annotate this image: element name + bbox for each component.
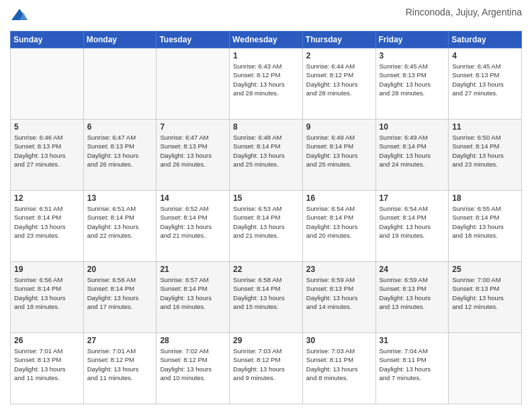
day-number: 21 (160, 265, 226, 274)
calendar-cell: 31Sunrise: 7:04 AM Sunset: 8:11 PM Dayli… (375, 333, 449, 404)
day-info: Sunrise: 6:58 AM Sunset: 8:14 PM Dayligh… (233, 275, 299, 311)
calendar-cell: 14Sunrise: 6:52 AM Sunset: 8:14 PM Dayli… (157, 191, 230, 262)
day-info: Sunrise: 6:47 AM Sunset: 8:13 PM Dayligh… (87, 133, 153, 169)
header-row: SundayMondayTuesdayWednesdayThursdayFrid… (11, 32, 522, 48)
day-number: 15 (233, 193, 299, 203)
day-number: 28 (160, 336, 226, 345)
day-info: Sunrise: 7:04 AM Sunset: 8:11 PM Dayligh… (380, 347, 445, 382)
day-info: Sunrise: 7:01 AM Sunset: 8:12 PM Dayligh… (87, 347, 153, 382)
calendar-cell: 26Sunrise: 7:01 AM Sunset: 8:13 PM Dayli… (11, 333, 84, 404)
day-info: Sunrise: 6:54 AM Sunset: 8:14 PM Dayligh… (380, 204, 445, 240)
day-info: Sunrise: 6:44 AM Sunset: 8:12 PM Dayligh… (306, 62, 372, 97)
calendar-cell: 17Sunrise: 6:54 AM Sunset: 8:14 PM Dayli… (375, 191, 449, 262)
day-info: Sunrise: 6:59 AM Sunset: 8:13 PM Dayligh… (306, 275, 372, 311)
calendar-cell: 27Sunrise: 7:01 AM Sunset: 8:12 PM Dayli… (83, 333, 157, 404)
day-number: 2 (306, 51, 372, 60)
day-info: Sunrise: 6:49 AM Sunset: 8:14 PM Dayligh… (380, 133, 445, 169)
calendar-cell: 19Sunrise: 6:56 AM Sunset: 8:14 PM Dayli… (11, 262, 84, 333)
calendar-table: SundayMondayTuesdayWednesdayThursdayFrid… (10, 31, 522, 404)
day-info: Sunrise: 6:47 AM Sunset: 8:13 PM Dayligh… (160, 133, 226, 169)
calendar-cell: 6Sunrise: 6:47 AM Sunset: 8:13 PM Daylig… (83, 120, 157, 191)
day-number: 19 (14, 265, 80, 274)
day-number: 9 (306, 122, 372, 132)
calendar-cell: 1Sunrise: 6:43 AM Sunset: 8:12 PM Daylig… (230, 48, 303, 120)
day-info: Sunrise: 6:46 AM Sunset: 8:13 PM Dayligh… (14, 133, 80, 169)
day-info: Sunrise: 6:57 AM Sunset: 8:14 PM Dayligh… (160, 275, 226, 311)
day-info: Sunrise: 6:55 AM Sunset: 8:14 PM Dayligh… (452, 204, 518, 240)
day-number: 14 (160, 193, 226, 203)
day-info: Sunrise: 6:54 AM Sunset: 8:14 PM Dayligh… (306, 204, 372, 240)
day-info: Sunrise: 6:56 AM Sunset: 8:14 PM Dayligh… (87, 275, 153, 311)
calendar-cell: 10Sunrise: 6:49 AM Sunset: 8:14 PM Dayli… (375, 120, 449, 191)
calendar-cell: 4Sunrise: 6:45 AM Sunset: 8:13 PM Daylig… (449, 48, 522, 120)
day-number: 23 (306, 265, 372, 274)
header-day-saturday: Saturday (449, 32, 522, 48)
week-row-0: 1Sunrise: 6:43 AM Sunset: 8:12 PM Daylig… (11, 48, 522, 120)
week-row-4: 26Sunrise: 7:01 AM Sunset: 8:13 PM Dayli… (11, 333, 522, 404)
day-info: Sunrise: 6:49 AM Sunset: 8:14 PM Dayligh… (306, 133, 372, 169)
title-location: Rinconoda, Jujuy, Argentina (406, 7, 522, 17)
calendar-cell: 18Sunrise: 6:55 AM Sunset: 8:14 PM Dayli… (449, 191, 522, 262)
calendar-cell (83, 48, 157, 120)
week-row-2: 12Sunrise: 6:51 AM Sunset: 8:14 PM Dayli… (11, 191, 522, 262)
week-row-1: 5Sunrise: 6:46 AM Sunset: 8:13 PM Daylig… (11, 120, 522, 191)
calendar-cell: 24Sunrise: 6:59 AM Sunset: 8:13 PM Dayli… (375, 262, 449, 333)
calendar-body: 1Sunrise: 6:43 AM Sunset: 8:12 PM Daylig… (11, 48, 522, 404)
calendar-cell: 16Sunrise: 6:54 AM Sunset: 8:14 PM Dayli… (302, 191, 375, 262)
day-number: 1 (233, 51, 299, 60)
header-day-friday: Friday (375, 32, 449, 48)
calendar-cell: 20Sunrise: 6:56 AM Sunset: 8:14 PM Dayli… (83, 262, 157, 333)
day-number: 6 (87, 122, 153, 132)
day-number: 5 (14, 122, 80, 132)
day-number: 26 (14, 336, 80, 345)
calendar-cell: 15Sunrise: 6:53 AM Sunset: 8:14 PM Dayli… (230, 191, 303, 262)
day-info: Sunrise: 7:03 AM Sunset: 8:12 PM Dayligh… (233, 347, 299, 382)
calendar-cell: 21Sunrise: 6:57 AM Sunset: 8:14 PM Dayli… (157, 262, 230, 333)
day-info: Sunrise: 6:56 AM Sunset: 8:14 PM Dayligh… (14, 275, 80, 311)
calendar-cell: 2Sunrise: 6:44 AM Sunset: 8:12 PM Daylig… (302, 48, 375, 120)
day-info: Sunrise: 7:00 AM Sunset: 8:13 PM Dayligh… (452, 275, 518, 311)
week-row-3: 19Sunrise: 6:56 AM Sunset: 8:14 PM Dayli… (11, 262, 522, 333)
calendar-cell (449, 333, 522, 404)
day-info: Sunrise: 6:51 AM Sunset: 8:14 PM Dayligh… (14, 204, 80, 240)
day-info: Sunrise: 6:45 AM Sunset: 8:13 PM Dayligh… (380, 62, 445, 97)
day-info: Sunrise: 7:01 AM Sunset: 8:13 PM Dayligh… (14, 347, 80, 382)
day-number: 27 (87, 336, 153, 345)
header-day-monday: Monday (83, 32, 157, 48)
day-number: 20 (87, 265, 153, 274)
day-info: Sunrise: 6:59 AM Sunset: 8:13 PM Dayligh… (380, 275, 445, 311)
day-number: 30 (306, 336, 372, 345)
calendar-cell: 29Sunrise: 7:03 AM Sunset: 8:12 PM Dayli… (230, 333, 303, 404)
day-info: Sunrise: 6:52 AM Sunset: 8:14 PM Dayligh… (160, 204, 226, 240)
header-day-tuesday: Tuesday (157, 32, 230, 48)
header: Rinconoda, Jujuy, Argentina (10, 7, 522, 26)
calendar-cell: 9Sunrise: 6:49 AM Sunset: 8:14 PM Daylig… (302, 120, 375, 191)
header-day-sunday: Sunday (11, 32, 84, 48)
day-number: 11 (452, 122, 518, 132)
day-number: 22 (233, 265, 299, 274)
calendar-cell: 13Sunrise: 6:51 AM Sunset: 8:14 PM Dayli… (83, 191, 157, 262)
day-number: 16 (306, 193, 372, 203)
day-number: 4 (452, 51, 518, 60)
day-number: 7 (160, 122, 226, 132)
header-day-wednesday: Wednesday (230, 32, 303, 48)
day-info: Sunrise: 6:51 AM Sunset: 8:14 PM Dayligh… (87, 204, 153, 240)
day-info: Sunrise: 6:48 AM Sunset: 8:14 PM Dayligh… (233, 133, 299, 169)
day-number: 10 (380, 122, 445, 132)
day-number: 8 (233, 122, 299, 132)
day-number: 24 (380, 265, 445, 274)
day-number: 29 (233, 336, 299, 345)
logo (10, 7, 32, 26)
calendar-cell: 23Sunrise: 6:59 AM Sunset: 8:13 PM Dayli… (302, 262, 375, 333)
page: Rinconoda, Jujuy, Argentina SundayMonday… (0, 0, 532, 411)
day-info: Sunrise: 6:43 AM Sunset: 8:12 PM Dayligh… (233, 62, 299, 97)
calendar-cell: 8Sunrise: 6:48 AM Sunset: 8:14 PM Daylig… (230, 120, 303, 191)
title-block: Rinconoda, Jujuy, Argentina (406, 7, 522, 17)
calendar-cell: 12Sunrise: 6:51 AM Sunset: 8:14 PM Dayli… (11, 191, 84, 262)
day-number: 13 (87, 193, 153, 203)
calendar-cell: 25Sunrise: 7:00 AM Sunset: 8:13 PM Dayli… (449, 262, 522, 333)
calendar-cell (157, 48, 230, 120)
calendar-cell: 7Sunrise: 6:47 AM Sunset: 8:13 PM Daylig… (157, 120, 230, 191)
day-number: 25 (452, 265, 518, 274)
day-number: 3 (380, 51, 445, 60)
